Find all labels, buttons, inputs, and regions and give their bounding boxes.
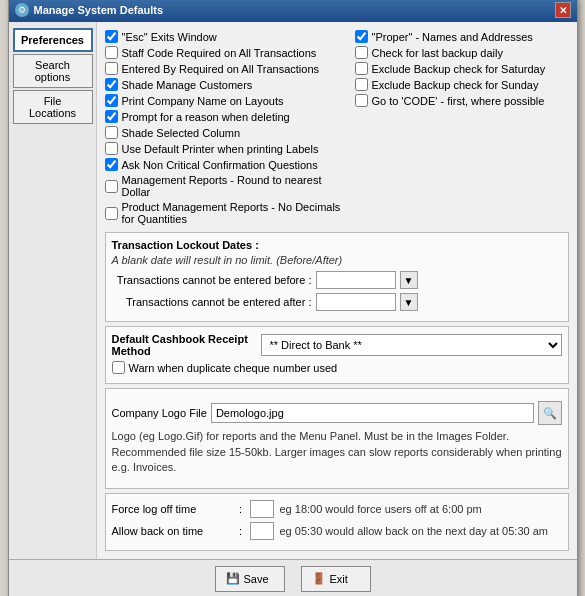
checkboxes-section: "Esc" Exits Window Staff Code Required o… (105, 30, 569, 228)
lockout-after-input[interactable] (316, 293, 396, 311)
checkbox-go-to-code: Go to 'CODE' - first, where possible (355, 94, 569, 107)
check-backup-label: Check for last backup daily (372, 47, 503, 59)
staff-code-checkbox[interactable] (105, 46, 118, 59)
lockout-before-label: Transactions cannot be entered before : (112, 274, 312, 286)
window-title: Manage System Defaults (34, 4, 164, 16)
sidebar-item-search-options[interactable]: Search options (13, 54, 93, 88)
esc-exits-label: "Esc" Exits Window (122, 31, 217, 43)
prompt-reason-checkbox[interactable] (105, 110, 118, 123)
logo-label: Company Logo File (112, 407, 207, 419)
checkbox-ask-confirm: Ask Non Critical Confirmation Questions (105, 158, 345, 171)
left-checkboxes: "Esc" Exits Window Staff Code Required o… (105, 30, 345, 228)
main-content: "Esc" Exits Window Staff Code Required o… (97, 22, 577, 558)
esc-exits-checkbox[interactable] (105, 30, 118, 43)
force-logoff-input[interactable] (250, 500, 274, 518)
warn-cheque-label: Warn when duplicate cheque number used (129, 362, 338, 374)
product-reports-checkbox[interactable] (105, 207, 118, 220)
lockout-before-input[interactable] (316, 271, 396, 289)
window-content: Preferences Search options File Location… (9, 22, 577, 558)
checkbox-prompt-reason: Prompt for a reason when deleting (105, 110, 345, 123)
force-logoff-label: Force log off time (112, 503, 232, 515)
checkbox-exclude-sun: Exclude Backup check for Sunday (355, 78, 569, 91)
prompt-reason-label: Prompt for a reason when deleting (122, 111, 290, 123)
checkbox-default-printer: Use Default Printer when printing Labels (105, 142, 345, 155)
right-checkboxes: "Proper" - Names and Addresses Check for… (355, 30, 569, 228)
save-icon: 💾 (226, 572, 240, 585)
cashbook-section: Default Cashbook ReceiptMethod ** Direct… (105, 326, 569, 384)
go-to-code-label: Go to 'CODE' - first, where possible (372, 95, 545, 107)
search-icon: 🔍 (543, 407, 557, 420)
go-to-code-checkbox[interactable] (355, 94, 368, 107)
checkbox-print-company: Print Company Name on Layouts (105, 94, 345, 107)
allow-back-desc: eg 05:30 would allow back on the next da… (280, 525, 548, 537)
allow-back-row: Allow back on time : eg 05:30 would allo… (112, 522, 562, 540)
exclude-sat-label: Exclude Backup check for Saturday (372, 63, 546, 75)
logo-description: Logo (eg Logo.Gif) for reports and the M… (112, 429, 562, 475)
allow-back-input[interactable] (250, 522, 274, 540)
time-section: Force log off time : eg 18:00 would forc… (105, 493, 569, 551)
force-logoff-desc: eg 18:00 would force users off at 6:00 p… (280, 503, 482, 515)
checkbox-esc-exits: "Esc" Exits Window (105, 30, 345, 43)
allow-back-label: Allow back on time (112, 525, 232, 537)
sidebar-item-file-locations[interactable]: File Locations (13, 90, 93, 124)
warn-cheque-row: Warn when duplicate cheque number used (112, 361, 562, 374)
ask-confirm-label: Ask Non Critical Confirmation Questions (122, 159, 318, 171)
lockout-section: Transaction Lockout Dates : A blank date… (105, 232, 569, 322)
lockout-before-dropdown[interactable]: ▼ (400, 271, 418, 289)
bottom-bar: 💾 Save 🚪 Exit (9, 559, 577, 596)
lockout-note: A blank date will result in no limit. (B… (112, 254, 562, 266)
logo-search-button[interactable]: 🔍 (538, 401, 562, 425)
checkbox-mgmt-reports: Management Reports - Round to nearest Do… (105, 174, 345, 198)
checkbox-shade-column: Shade Selected Column (105, 126, 345, 139)
checkbox-exclude-sat: Exclude Backup check for Saturday (355, 62, 569, 75)
lockout-title: Transaction Lockout Dates : (112, 239, 562, 251)
checkbox-proper-names: "Proper" - Names and Addresses (355, 30, 569, 43)
lockout-after-row: Transactions cannot be entered after : ▼ (112, 293, 562, 311)
checkbox-staff-code: Staff Code Required on All Transactions (105, 46, 345, 59)
save-label: Save (244, 573, 269, 585)
product-reports-label: Product Management Reports - No Decimals… (122, 201, 345, 225)
logo-row: Company Logo File 🔍 (112, 401, 562, 425)
cashbook-label: Default Cashbook ReceiptMethod (112, 333, 257, 357)
force-logoff-colon: : (236, 503, 246, 515)
entered-by-label: Entered By Required on All Transactions (122, 63, 320, 75)
shade-customers-checkbox[interactable] (105, 78, 118, 91)
checkbox-shade-customers: Shade Manage Customers (105, 78, 345, 91)
exit-button[interactable]: 🚪 Exit (301, 566, 371, 592)
window-icon: ⚙ (15, 3, 29, 17)
checkbox-entered-by: Entered By Required on All Transactions (105, 62, 345, 75)
manage-system-defaults-window: ⚙ Manage System Defaults ✕ Preferences S… (8, 0, 578, 596)
titlebar: ⚙ Manage System Defaults ✕ (9, 0, 577, 22)
force-logoff-row: Force log off time : eg 18:00 would forc… (112, 500, 562, 518)
sidebar-item-preferences[interactable]: Preferences (13, 28, 93, 52)
cashbook-select[interactable]: ** Direct to Bank ** (261, 334, 562, 356)
shade-column-checkbox[interactable] (105, 126, 118, 139)
exclude-sat-checkbox[interactable] (355, 62, 368, 75)
exit-label: Exit (330, 573, 348, 585)
proper-names-checkbox[interactable] (355, 30, 368, 43)
default-printer-checkbox[interactable] (105, 142, 118, 155)
check-backup-checkbox[interactable] (355, 46, 368, 59)
cashbook-row: Default Cashbook ReceiptMethod ** Direct… (112, 333, 562, 357)
allow-back-colon: : (236, 525, 246, 537)
mgmt-reports-checkbox[interactable] (105, 180, 118, 193)
proper-names-label: "Proper" - Names and Addresses (372, 31, 533, 43)
exclude-sun-checkbox[interactable] (355, 78, 368, 91)
warn-cheque-checkbox[interactable] (112, 361, 125, 374)
entered-by-checkbox[interactable] (105, 62, 118, 75)
mgmt-reports-label: Management Reports - Round to nearest Do… (122, 174, 345, 198)
logo-input[interactable] (211, 403, 534, 423)
staff-code-label: Staff Code Required on All Transactions (122, 47, 317, 59)
lockout-after-label: Transactions cannot be entered after : (112, 296, 312, 308)
sidebar: Preferences Search options File Location… (9, 22, 97, 558)
close-button[interactable]: ✕ (555, 2, 571, 18)
checkbox-product-reports: Product Management Reports - No Decimals… (105, 201, 345, 225)
ask-confirm-checkbox[interactable] (105, 158, 118, 171)
save-button[interactable]: 💾 Save (215, 566, 285, 592)
lockout-after-dropdown[interactable]: ▼ (400, 293, 418, 311)
print-company-label: Print Company Name on Layouts (122, 95, 284, 107)
shade-column-label: Shade Selected Column (122, 127, 241, 139)
print-company-checkbox[interactable] (105, 94, 118, 107)
checkbox-check-backup: Check for last backup daily (355, 46, 569, 59)
exclude-sun-label: Exclude Backup check for Sunday (372, 79, 539, 91)
